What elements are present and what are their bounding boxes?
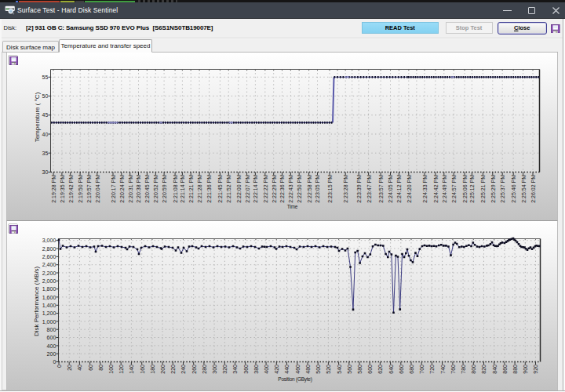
svg-text:380: 380 [253,365,259,374]
svg-text:45: 45 [42,112,49,118]
svg-text:2:24:57 PM: 2:24:57 PM [451,175,457,203]
svg-text:2:25:46 PM: 2:25:46 PM [511,175,516,203]
svg-text:720: 720 [429,365,435,374]
svg-text:2:23:28 PM: 2:23:28 PM [343,175,348,203]
svg-text:2:20:59 PM: 2:20:59 PM [162,175,167,203]
svg-text:35: 35 [42,151,49,156]
svg-text:800: 800 [47,327,56,332]
svg-text:600: 600 [47,335,56,340]
svg-text:55: 55 [42,74,49,80]
svg-text:2:21:08 PM: 2:21:08 PM [173,175,178,203]
svg-text:840: 840 [492,365,498,374]
svg-text:2:24:05 PM: 2:24:05 PM [388,175,393,203]
svg-text:40: 40 [42,132,49,137]
svg-text:2:19:35 PM: 2:19:35 PM [60,175,65,203]
svg-text:560: 560 [347,365,352,374]
svg-text:2:25:29 PM: 2:25:29 PM [490,175,496,203]
svg-text:2:23:57 PM: 2:23:57 PM [378,175,384,203]
svg-text:2:20:17 PM: 2:20:17 PM [111,175,116,203]
svg-text:480: 480 [305,365,311,374]
svg-text:30: 30 [42,169,49,175]
svg-text:Disk Performance (MB/s): Disk Performance (MB/s) [33,266,40,336]
svg-text:2:21:14 PM: 2:21:14 PM [180,175,185,203]
svg-text:2:21:21 PM: 2:21:21 PM [188,175,194,203]
svg-text:2:24:42 PM: 2:24:42 PM [433,175,439,203]
svg-text:20: 20 [67,365,72,371]
svg-text:2,600: 2,600 [42,254,56,260]
svg-text:2:20:52 PM: 2:20:52 PM [153,175,159,203]
svg-text:2:20:45 PM: 2:20:45 PM [144,175,150,203]
svg-text:100: 100 [108,365,114,374]
svg-text:2:26:02 PM: 2:26:02 PM [530,175,536,203]
svg-text:300: 300 [212,365,217,374]
svg-text:2:19:50 PM: 2:19:50 PM [78,175,83,203]
svg-text:Position (GByte): Position (GByte) [278,376,312,383]
svg-text:200: 200 [160,365,166,374]
svg-text:2:25:06 PM: 2:25:06 PM [462,175,468,203]
svg-text:920: 920 [533,365,538,374]
svg-text:500: 500 [315,365,321,374]
svg-text:2:23:47 PM: 2:23:47 PM [366,175,372,203]
svg-text:520: 520 [326,365,331,374]
svg-text:2:22:14 PM: 2:22:14 PM [253,175,258,203]
svg-text:2:21:45 PM: 2:21:45 PM [217,175,223,203]
svg-text:2:21:52 PM: 2:21:52 PM [226,175,231,203]
svg-text:680: 680 [409,365,414,374]
svg-text:260: 260 [191,365,197,374]
svg-text:2:23:05 PM: 2:23:05 PM [315,175,320,203]
svg-text:540: 540 [337,365,342,374]
svg-text:460: 460 [295,365,301,374]
svg-text:2:22:00 PM: 2:22:00 PM [236,175,242,203]
svg-text:80: 80 [98,365,104,371]
svg-text:2:20:38 PM: 2:20:38 PM [136,175,141,203]
svg-text:2,200: 2,200 [42,270,56,276]
svg-text:2:22:58 PM: 2:22:58 PM [307,175,312,203]
svg-text:0: 0 [56,365,62,368]
svg-text:2:22:29 PM: 2:22:29 PM [272,175,277,203]
svg-text:880: 880 [512,365,518,374]
svg-text:2:20:04 PM: 2:20:04 PM [95,175,100,203]
svg-text:360: 360 [243,365,249,374]
svg-text:2:19:42 PM: 2:19:42 PM [68,175,74,203]
svg-text:900: 900 [523,365,528,374]
svg-text:200: 200 [47,351,56,357]
svg-text:820: 820 [481,365,487,374]
svg-text:60: 60 [88,365,93,371]
svg-text:800: 800 [471,365,476,374]
svg-text:600: 600 [367,365,373,374]
svg-text:2:25:21 PM: 2:25:21 PM [480,175,486,203]
svg-text:2,800: 2,800 [42,246,56,252]
svg-text:2:21:28 PM: 2:21:28 PM [197,175,202,203]
svg-text:2:25:12 PM: 2:25:12 PM [469,175,475,203]
svg-text:740: 740 [440,365,446,374]
svg-text:2:24:20 PM: 2:24:20 PM [406,175,412,203]
svg-text:320: 320 [222,365,228,374]
svg-text:1,400: 1,400 [42,303,56,308]
svg-text:2:20:24 PM: 2:20:24 PM [119,175,125,203]
svg-text:2,000: 2,000 [42,278,56,284]
svg-text:760: 760 [450,365,456,374]
svg-text:160: 160 [140,365,145,374]
svg-text:Time: Time [287,204,298,209]
svg-text:2:19:57 PM: 2:19:57 PM [86,175,92,203]
svg-text:2:22:50 PM: 2:22:50 PM [297,175,302,203]
svg-text:660: 660 [399,365,404,374]
svg-text:280: 280 [202,365,207,374]
svg-text:2:24:12 PM: 2:24:12 PM [396,175,402,203]
svg-text:2:24:33 PM: 2:24:33 PM [422,175,428,203]
svg-text:2:24:49 PM: 2:24:49 PM [442,175,447,203]
svg-text:620: 620 [377,365,383,374]
svg-text:700: 700 [419,365,425,374]
svg-text:Temperature ( °C): Temperature ( °C) [34,92,41,142]
svg-text:140: 140 [129,365,134,374]
svg-text:40: 40 [77,365,82,371]
svg-text:2:22:07 PM: 2:22:07 PM [245,175,250,203]
svg-text:3,000: 3,000 [42,238,56,243]
svg-text:2:20:31 PM: 2:20:31 PM [128,175,133,203]
svg-text:220: 220 [170,365,176,374]
svg-text:860: 860 [502,365,508,374]
svg-text:2:23:39 PM: 2:23:39 PM [356,175,362,203]
svg-text:1,600: 1,600 [42,295,56,300]
svg-text:1,200: 1,200 [42,310,56,316]
svg-text:2:21:36 PM: 2:21:36 PM [206,175,212,203]
